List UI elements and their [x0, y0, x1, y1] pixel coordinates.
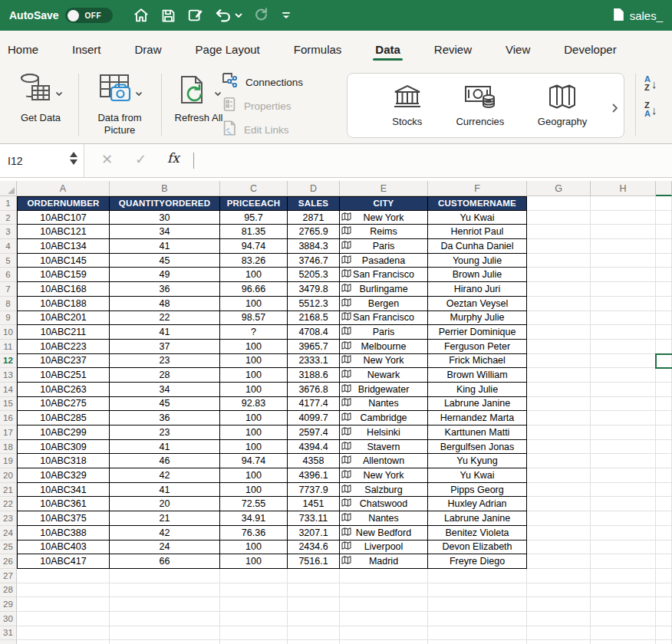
cell-C13[interactable]: 100	[220, 368, 288, 383]
cell-D22[interactable]: 1451	[288, 497, 340, 511]
cell-A2[interactable]: 10ABC107	[17, 211, 110, 225]
cell-G19[interactable]	[527, 454, 591, 468]
cell-A29[interactable]	[17, 597, 110, 612]
cell-B21[interactable]: 41	[110, 483, 220, 498]
cell-F26[interactable]: Freyre Diego	[428, 554, 527, 569]
row-header-9[interactable]: 9	[0, 311, 17, 326]
cell-D8[interactable]: 5512.3	[288, 297, 340, 311]
cell-C6[interactable]: 100	[220, 268, 288, 282]
cell-E22[interactable]: Chatswood	[340, 497, 428, 511]
cell-A19[interactable]: 10ABC318	[17, 454, 110, 468]
cell-C11[interactable]: 100	[220, 340, 288, 354]
cell-C14[interactable]: 100	[220, 383, 288, 397]
cell-D14[interactable]: 3676.8	[288, 383, 340, 397]
cell-C31[interactable]	[220, 626, 288, 641]
cell-C26[interactable]: 100	[220, 554, 288, 569]
cell-E21[interactable]: Salzburg	[340, 483, 428, 498]
cell-F15[interactable]: Labrune Janine	[428, 397, 527, 412]
cell-H25[interactable]	[591, 540, 656, 555]
tab-review[interactable]: Review	[434, 35, 472, 64]
cell-I31[interactable]	[656, 626, 672, 641]
cell-I26[interactable]	[656, 554, 672, 569]
select-all-corner[interactable]	[0, 181, 17, 196]
row-header-3[interactable]: 3	[0, 225, 17, 239]
cell-A15[interactable]: 10ABC275	[17, 397, 110, 412]
tab-page-layout[interactable]: Page Layout	[196, 35, 260, 64]
cell-G21[interactable]	[527, 483, 591, 498]
cell-G3[interactable]	[527, 225, 591, 239]
cell-E26[interactable]: Madrid	[340, 554, 428, 569]
cell-C20[interactable]: 100	[220, 468, 288, 483]
cell-B27[interactable]	[110, 569, 220, 583]
row-header-13[interactable]: 13	[0, 368, 17, 383]
cell-H27[interactable]	[591, 569, 656, 583]
cell-B16[interactable]: 36	[110, 411, 220, 426]
tab-view[interactable]: View	[506, 35, 530, 64]
cell-D29[interactable]	[288, 597, 340, 612]
cell-H23[interactable]	[591, 511, 656, 526]
cell-D13[interactable]: 3188.6	[288, 368, 340, 383]
cell-C18[interactable]: 100	[220, 440, 288, 455]
cell-G6[interactable]	[527, 268, 591, 282]
cell-H3[interactable]	[591, 225, 656, 239]
data-type-currencies-button[interactable]: Currencies	[456, 84, 504, 127]
cell-B1[interactable]: QUANTITYORDERED	[110, 196, 220, 211]
cell-F22[interactable]: Huxley Adrian	[428, 497, 527, 511]
sort-ascending-button[interactable]: A Z ↓	[644, 75, 657, 92]
save-button[interactable]	[160, 8, 176, 24]
cell-C9[interactable]: 98.57	[220, 311, 288, 326]
row-header-27[interactable]: 27	[0, 569, 17, 583]
cell-E27[interactable]	[340, 569, 428, 583]
cell-C15[interactable]: 92.83	[220, 397, 288, 412]
cell-E20[interactable]: New York	[340, 468, 428, 483]
cell-F25[interactable]: Devon Elizabeth	[428, 540, 527, 555]
cell-I4[interactable]	[656, 239, 672, 254]
cell-H26[interactable]	[591, 554, 656, 569]
cell-B13[interactable]: 28	[110, 368, 220, 383]
row-header-17[interactable]: 17	[0, 426, 17, 440]
row-header-24[interactable]: 24	[0, 526, 17, 540]
cell-H32[interactable]	[591, 640, 656, 644]
cell-F19[interactable]: Yu Kyung	[428, 454, 527, 468]
connections-button[interactable]: Connections	[221, 72, 344, 92]
cell-H8[interactable]	[591, 297, 656, 311]
cell-I10[interactable]	[656, 325, 672, 340]
cell-H12[interactable]	[591, 354, 656, 369]
cell-D6[interactable]: 5205.3	[288, 268, 340, 282]
cell-I7[interactable]	[656, 282, 672, 297]
cell-C24[interactable]: 76.36	[220, 526, 288, 540]
cell-F32[interactable]	[428, 640, 527, 644]
cell-F10[interactable]: Perrier Dominique	[428, 325, 527, 340]
cell-D12[interactable]: 2333.1	[288, 354, 340, 369]
autosave-toggle[interactable]: OFF	[65, 8, 113, 23]
cell-H1[interactable]	[591, 196, 656, 211]
cell-D5[interactable]: 3746.7	[288, 254, 340, 268]
cell-G32[interactable]	[527, 640, 591, 644]
cell-I6[interactable]	[656, 268, 672, 282]
tab-insert[interactable]: Insert	[72, 35, 101, 64]
data-from-picture-button[interactable]: Data from Picture	[81, 72, 158, 136]
cell-G7[interactable]	[527, 282, 591, 297]
cell-F16[interactable]: Hernandez Marta	[428, 411, 527, 426]
cell-B15[interactable]: 45	[110, 397, 220, 412]
cell-I32[interactable]	[656, 640, 672, 644]
cell-I14[interactable]	[656, 383, 672, 397]
cell-A16[interactable]: 10ABC285	[17, 411, 110, 426]
cell-E18[interactable]: Stavern	[340, 440, 428, 455]
cell-I22[interactable]	[656, 497, 672, 511]
cell-F17[interactable]: Karttunen Matti	[428, 426, 527, 440]
cell-F1[interactable]: CUSTOMERNAME	[428, 196, 527, 211]
cell-F6[interactable]: Brown Julie	[428, 268, 527, 282]
cell-G11[interactable]	[527, 340, 591, 354]
cell-D24[interactable]: 3207.1	[288, 526, 340, 540]
cell-G22[interactable]	[527, 497, 591, 511]
cell-D27[interactable]	[288, 569, 340, 583]
cell-E2[interactable]: New York	[340, 211, 428, 225]
cell-I21[interactable]	[656, 483, 672, 498]
cell-H31[interactable]	[591, 626, 656, 641]
row-header-6[interactable]: 6	[0, 268, 17, 282]
cell-D26[interactable]: 7516.1	[288, 554, 340, 569]
cell-H6[interactable]	[591, 268, 656, 282]
cell-B24[interactable]: 42	[110, 526, 220, 540]
cell-I25[interactable]	[656, 540, 672, 555]
